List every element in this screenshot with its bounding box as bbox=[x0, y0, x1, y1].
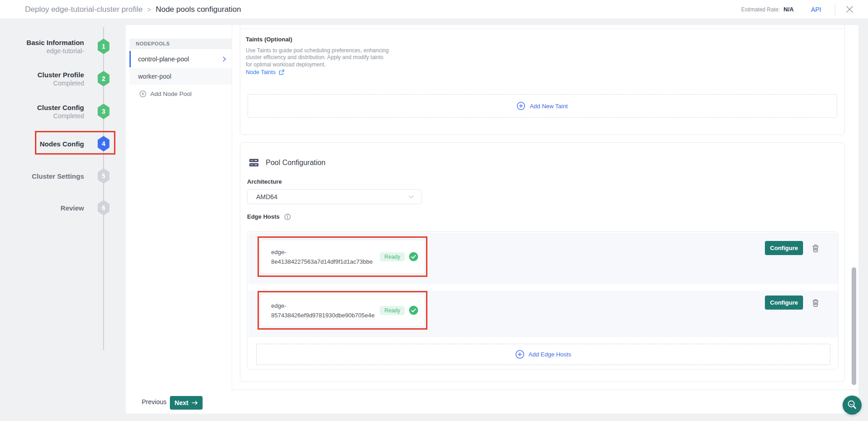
breadcrumb-page-title: Node pools configuration bbox=[156, 5, 241, 14]
step-number-badge: 6 bbox=[97, 200, 110, 216]
nodepools-heading: NODEPOOLS bbox=[129, 39, 232, 49]
header-divider bbox=[835, 4, 835, 15]
close-icon[interactable] bbox=[844, 5, 854, 15]
step-label: Nodes Config bbox=[0, 140, 84, 148]
check-circle-icon bbox=[409, 306, 418, 315]
next-button[interactable]: Next bbox=[170, 396, 203, 410]
trash-icon[interactable] bbox=[811, 244, 819, 253]
add-new-taint-label: Add New Taint bbox=[530, 103, 568, 110]
plus-circle-icon bbox=[139, 90, 146, 97]
estimated-rate-value: N/A bbox=[784, 6, 794, 13]
info-icon[interactable] bbox=[284, 214, 291, 220]
wizard-step-review[interactable]: Review 6 bbox=[0, 198, 118, 218]
wizard-step-cluster-settings[interactable]: Cluster Settings 5 bbox=[0, 166, 118, 186]
step-label: Cluster Profile bbox=[0, 71, 84, 79]
architecture-select[interactable]: AMD64 bbox=[247, 189, 422, 204]
wizard-step-basic-information[interactable]: Basic Information edge-tutorial- 1 bbox=[0, 36, 118, 56]
node-taints-link-label: Node Taints bbox=[246, 69, 276, 75]
step-number-badge: 4 bbox=[97, 136, 110, 151]
nodepool-item-control-plane-pool[interactable]: control-plane-pool bbox=[129, 51, 232, 67]
estimated-rate-label: Estimated Rate: bbox=[741, 6, 780, 13]
chevron-right-icon bbox=[223, 56, 226, 62]
add-edge-hosts-button[interactable]: Add Edge Hosts bbox=[256, 344, 830, 365]
edge-host-name-line1: edge- bbox=[271, 247, 380, 257]
status-badge: Ready bbox=[380, 252, 405, 261]
server-stack-icon bbox=[249, 159, 258, 167]
magnifier-smile-icon bbox=[847, 400, 858, 411]
nodepools-sidebar: NODEPOOLS control-plane-pool worker-pool… bbox=[129, 25, 232, 390]
edge-host-name-line1: edge- bbox=[271, 301, 380, 311]
top-header: Deploy edge-tutorial-cluster profile > N… bbox=[0, 0, 868, 19]
edge-host-row: edge- 857438426ef9d9781930dbe90b705e4e R… bbox=[248, 291, 838, 337]
step-number-badge: 1 bbox=[97, 39, 110, 54]
step-sublabel: Completed bbox=[0, 80, 84, 87]
configure-button[interactable]: Configure bbox=[765, 241, 803, 255]
wizard-footer: Previous Next bbox=[126, 390, 858, 414]
plus-circle-icon bbox=[516, 350, 524, 359]
wizard-step-cluster-profile[interactable]: Cluster Profile Completed 2 bbox=[0, 69, 118, 89]
breadcrumb-deploy-title: Deploy edge-tutorial-cluster profile bbox=[25, 5, 143, 14]
add-edge-hosts-label: Add Edge Hosts bbox=[529, 351, 571, 358]
taints-section-title: Taints (Optional) bbox=[246, 36, 292, 43]
breadcrumb-separator: > bbox=[147, 5, 151, 13]
step-label: Review bbox=[0, 204, 84, 212]
next-button-label: Next bbox=[174, 399, 188, 406]
pool-configuration-header: Pool Configuration bbox=[249, 159, 326, 167]
plus-circle-icon bbox=[517, 102, 525, 110]
node-taints-link[interactable]: Node Taints bbox=[246, 69, 284, 75]
nodepool-label: control-plane-pool bbox=[138, 55, 189, 63]
step-number-badge: 3 bbox=[97, 104, 110, 119]
edge-host-name-line2: 857438426ef9d9781930dbe90b705e4e bbox=[271, 311, 380, 320]
nodepool-item-worker-pool[interactable]: worker-pool bbox=[129, 68, 232, 85]
pool-configuration-card: Pool Configuration Architecture AMD64 Ed… bbox=[240, 142, 845, 382]
nodepool-label: worker-pool bbox=[138, 73, 171, 80]
edge-host-select[interactable]: edge- 857438426ef9d9781930dbe90b705e4e R… bbox=[260, 294, 425, 327]
previous-button[interactable]: Previous bbox=[142, 390, 166, 414]
section-divider bbox=[240, 29, 844, 29]
trash-icon[interactable] bbox=[811, 298, 819, 307]
edge-host-name: edge- 857438426ef9d9781930dbe90b705e4e bbox=[271, 301, 380, 320]
architecture-label: Architecture bbox=[247, 178, 282, 185]
deploy-wizard-screen: Deploy edge-tutorial-cluster profile > N… bbox=[0, 0, 868, 421]
step-number-badge: 5 bbox=[97, 168, 110, 184]
add-node-pool-button[interactable]: Add Node Pool bbox=[129, 87, 232, 100]
edge-hosts-list: edge- 8e41384227563a7d14df9f1d1ac73bbe R… bbox=[247, 231, 838, 370]
step-label: Cluster Settings bbox=[0, 172, 84, 180]
arrow-right-icon bbox=[192, 401, 198, 405]
step-label: Cluster Config bbox=[0, 104, 84, 111]
chevron-down-icon bbox=[408, 195, 414, 199]
help-search-button[interactable] bbox=[843, 396, 862, 415]
add-node-pool-label: Add Node Pool bbox=[150, 90, 192, 97]
wizard-step-cluster-config[interactable]: Cluster Config Completed 3 bbox=[0, 101, 118, 121]
api-link[interactable]: API bbox=[811, 6, 821, 13]
header-actions: Estimated Rate: N/A API bbox=[741, 4, 854, 15]
main-panel: NODEPOOLS control-plane-pool worker-pool… bbox=[126, 25, 858, 414]
external-link-icon bbox=[279, 70, 284, 75]
check-circle-icon bbox=[409, 252, 418, 261]
pool-configuration-title: Pool Configuration bbox=[266, 159, 326, 167]
step-label: Basic Information bbox=[0, 39, 84, 46]
configure-button[interactable]: Configure bbox=[765, 296, 803, 310]
architecture-value: AMD64 bbox=[256, 193, 278, 200]
status-badge: Ready bbox=[380, 306, 405, 315]
add-new-taint-button[interactable]: Add New Taint bbox=[248, 94, 837, 118]
edge-host-select[interactable]: edge- 8e41384227563a7d14df9f1d1ac73bbe R… bbox=[260, 240, 425, 274]
edge-host-row: edge- 8e41384227563a7d14df9f1d1ac73bbe R… bbox=[248, 233, 838, 284]
edge-hosts-label: Edge Hosts bbox=[247, 213, 280, 220]
step-sublabel: Completed bbox=[0, 112, 84, 120]
edge-hosts-label-row: Edge Hosts bbox=[247, 213, 291, 220]
step-number-badge: 2 bbox=[97, 71, 110, 86]
wizard-step-nodes-config[interactable]: Nodes Config 4 bbox=[0, 134, 118, 154]
nodepool-config-content: Taints (Optional) Use Taints to guide po… bbox=[232, 25, 858, 390]
taints-description: Use Taints to guide pod scheduling prefe… bbox=[246, 47, 389, 68]
step-sublabel: edge-tutorial- bbox=[0, 47, 84, 55]
taints-card: Taints (Optional) Use Taints to guide po… bbox=[240, 25, 845, 135]
edge-host-name: edge- 8e41384227563a7d14df9f1d1ac73bbe bbox=[271, 247, 380, 266]
edge-host-name-line2: 8e41384227563a7d14df9f1d1ac73bbe bbox=[271, 257, 380, 266]
scrollbar-thumb[interactable] bbox=[852, 267, 856, 385]
